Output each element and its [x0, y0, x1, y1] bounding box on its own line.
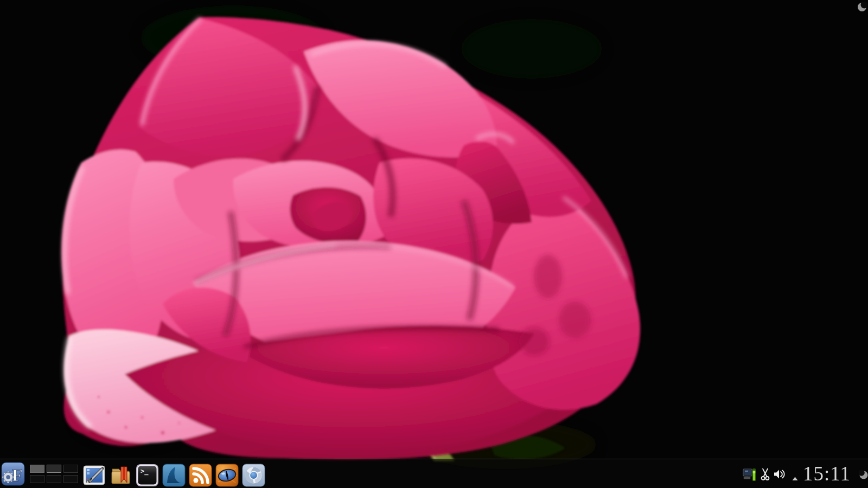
- prompt-glyph: >_: [141, 467, 149, 476]
- panel-moon-crescent-icon[interactable]: [859, 470, 868, 480]
- tray-expand-arrow[interactable]: [792, 474, 798, 479]
- scissors-icon: [761, 468, 770, 481]
- desktop: F: [0, 0, 868, 488]
- launcher-home-folder[interactable]: [109, 464, 132, 487]
- fox-eye-icon: [215, 464, 239, 487]
- speaker-icon: [774, 469, 785, 479]
- launcher-desktop-access[interactable]: [82, 464, 106, 487]
- terminal-icon: >_: [136, 464, 159, 487]
- app-menu-button[interactable]: F: [1, 461, 25, 486]
- launcher-fox-eye-browser[interactable]: [215, 464, 239, 487]
- launcher-wireshark[interactable]: [162, 464, 186, 487]
- menu-letter: F: [12, 465, 23, 485]
- pager-desktop-1[interactable]: [30, 465, 44, 473]
- chromium-swirl-icon: [242, 464, 265, 487]
- pager-desktop-3[interactable]: [63, 465, 78, 473]
- pager-desktop-2[interactable]: [47, 465, 61, 473]
- tray-volume[interactable]: [774, 469, 785, 479]
- rss-icon: [189, 464, 212, 487]
- up-arrow-icon: [792, 477, 798, 481]
- launcher-terminal[interactable]: >_: [136, 464, 159, 487]
- desktop-pager: [30, 465, 78, 483]
- pager-desktop-4[interactable]: [30, 475, 44, 483]
- pager-desktop-5[interactable]: [47, 475, 61, 483]
- tray-power-monitor[interactable]: [743, 467, 756, 482]
- tray-clipboard-klipper[interactable]: [761, 468, 770, 481]
- monitor-battery-icon: [743, 467, 756, 482]
- panel-clock[interactable]: 15:11: [802, 463, 852, 485]
- launcher-feed-reader[interactable]: [189, 464, 212, 487]
- launcher-chromium[interactable]: [242, 464, 265, 487]
- pager-desktop-6[interactable]: [63, 475, 78, 483]
- rose-wallpaper: [0, 0, 868, 488]
- desktop-pencil-icon: [82, 464, 106, 487]
- shark-fin-icon: [162, 464, 186, 487]
- taskbar-panel: F: [0, 459, 868, 488]
- bookmark-folder-icon: [109, 464, 132, 487]
- moon-crescent-icon[interactable]: [857, 2, 867, 12]
